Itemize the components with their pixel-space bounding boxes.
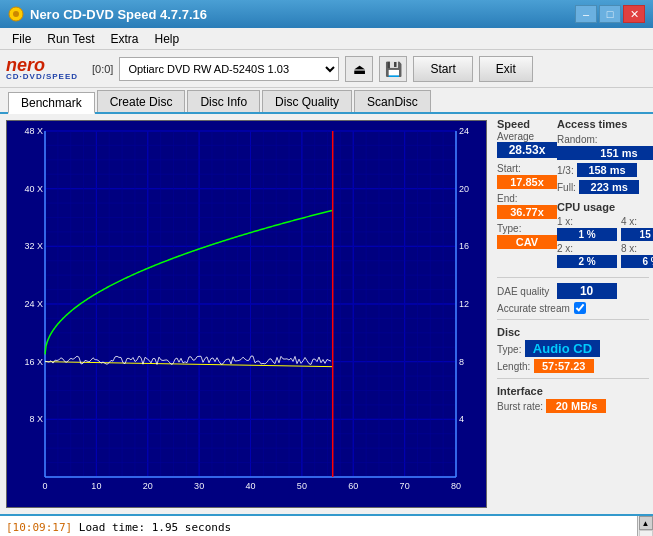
cpu-8x-label: 8 x: bbox=[621, 243, 653, 254]
disc-section: Disc Type: Audio CD Length: 57:57.23 bbox=[497, 325, 649, 373]
burst-rate-value: 20 MB/s bbox=[546, 399, 606, 413]
start-button[interactable]: Start bbox=[413, 56, 472, 82]
log-text-1: Load time: 1.95 seconds bbox=[79, 521, 231, 534]
cpu-4x-value: 15 % bbox=[621, 228, 653, 241]
full-label: Full: bbox=[557, 182, 576, 193]
chart-area bbox=[6, 120, 487, 508]
tab-create-disc[interactable]: Create Disc bbox=[97, 90, 186, 112]
menu-bar: File Run Test Extra Help bbox=[0, 28, 653, 50]
average-label: Average bbox=[497, 131, 557, 142]
start-label: Start: bbox=[497, 163, 521, 174]
log-entry-1: [10:09:17] Load time: 1.95 seconds bbox=[6, 520, 631, 535]
divider-1 bbox=[497, 277, 649, 278]
exit-button[interactable]: Exit bbox=[479, 56, 533, 82]
divider-2 bbox=[497, 319, 649, 320]
svg-point-1 bbox=[13, 11, 19, 17]
cpu-1x-label: 1 x: bbox=[557, 216, 617, 227]
log-content: [10:09:17] Load time: 1.95 seconds [10:0… bbox=[0, 516, 637, 536]
drive-select[interactable]: Optiarc DVD RW AD-5240S 1.03 bbox=[119, 57, 339, 81]
end-label: End: bbox=[497, 193, 518, 204]
close-button[interactable]: ✕ bbox=[623, 5, 645, 23]
disc-type-value: Audio CD bbox=[525, 340, 600, 357]
log-area: [10:09:17] Load time: 1.95 seconds [10:0… bbox=[0, 514, 653, 536]
onethird-value: 158 ms bbox=[577, 163, 637, 177]
random-label: Random: bbox=[557, 134, 598, 145]
access-times-title: Access times bbox=[557, 118, 653, 130]
dae-quality-label: DAE quality bbox=[497, 286, 549, 297]
dae-quality-value: 10 bbox=[557, 283, 617, 299]
log-scrollbar[interactable]: ▲ ▼ bbox=[637, 516, 653, 536]
cpu-2x-value: 2 % bbox=[557, 255, 617, 268]
cpu-1x-value: 1 % bbox=[557, 228, 617, 241]
scroll-up-button[interactable]: ▲ bbox=[639, 516, 653, 530]
menu-extra[interactable]: Extra bbox=[102, 30, 146, 48]
accurate-stream-section: Accurate stream bbox=[497, 302, 649, 314]
nero-logo: nero CD·DVD/SPEED bbox=[6, 56, 78, 81]
title-controls: – □ ✕ bbox=[575, 5, 645, 23]
disc-type-label: Type: bbox=[497, 344, 521, 355]
speed-section: Speed Average 28.53x Start: 17.85x End: … bbox=[497, 118, 557, 249]
cpu-2x-label: 2 x: bbox=[557, 243, 617, 254]
maximize-button[interactable]: □ bbox=[599, 5, 621, 23]
dae-quality-section: DAE quality 10 bbox=[497, 283, 649, 299]
divider-3 bbox=[497, 378, 649, 379]
full-value: 223 ms bbox=[579, 180, 639, 194]
tab-scan-disc[interactable]: ScanDisc bbox=[354, 90, 431, 112]
average-value: 28.53x bbox=[497, 142, 557, 158]
title-left: Nero CD-DVD Speed 4.7.7.16 bbox=[8, 6, 207, 22]
random-value: 151 ms bbox=[557, 146, 653, 160]
save-button[interactable]: 💾 bbox=[379, 56, 407, 82]
disc-length-label: Length: bbox=[497, 361, 530, 372]
minimize-button[interactable]: – bbox=[575, 5, 597, 23]
tabs: Benchmark Create Disc Disc Info Disc Qua… bbox=[0, 88, 653, 114]
disc-title: Disc bbox=[497, 326, 520, 338]
burst-rate-label: Burst rate: bbox=[497, 401, 543, 412]
nero-product-text: CD·DVD/SPEED bbox=[6, 72, 78, 81]
toolbar: nero CD·DVD/SPEED [0:0] Optiarc DVD RW A… bbox=[0, 50, 653, 88]
window-title: Nero CD-DVD Speed 4.7.7.16 bbox=[30, 7, 207, 22]
title-bar: Nero CD-DVD Speed 4.7.7.16 – □ ✕ bbox=[0, 0, 653, 28]
interface-title: Interface bbox=[497, 385, 543, 397]
tab-benchmark[interactable]: Benchmark bbox=[8, 92, 95, 114]
cpu-usage-title: CPU usage bbox=[557, 201, 615, 213]
cpu-4x-label: 4 x: bbox=[621, 216, 653, 227]
benchmark-chart bbox=[7, 121, 486, 507]
end-value: 36.77x bbox=[497, 205, 557, 219]
speed-title: Speed bbox=[497, 118, 557, 130]
eject-button[interactable]: ⏏ bbox=[345, 56, 373, 82]
cpu-8x-value: 6 % bbox=[621, 255, 653, 268]
type-label: Type: bbox=[497, 223, 521, 234]
tab-disc-info[interactable]: Disc Info bbox=[187, 90, 260, 112]
interface-section: Interface Burst rate: 20 MB/s bbox=[497, 384, 649, 413]
drive-label: [0:0] bbox=[92, 63, 113, 75]
app-icon bbox=[8, 6, 24, 22]
log-time-1: [10:09:17] bbox=[6, 521, 72, 534]
main-content: Speed Average 28.53x Start: 17.85x End: … bbox=[0, 114, 653, 514]
accurate-stream-checkbox[interactable] bbox=[574, 302, 586, 314]
menu-file[interactable]: File bbox=[4, 30, 39, 48]
menu-run-test[interactable]: Run Test bbox=[39, 30, 102, 48]
speed-access-row: Speed Average 28.53x Start: 17.85x End: … bbox=[497, 118, 649, 268]
access-times-section: Access times Random: 151 ms 1/3: 158 ms … bbox=[557, 118, 653, 268]
tab-disc-quality[interactable]: Disc Quality bbox=[262, 90, 352, 112]
disc-length-value: 57:57.23 bbox=[534, 359, 594, 373]
menu-help[interactable]: Help bbox=[147, 30, 188, 48]
right-panel: Speed Average 28.53x Start: 17.85x End: … bbox=[493, 114, 653, 514]
scroll-track[interactable] bbox=[639, 530, 653, 536]
accurate-stream-label: Accurate stream bbox=[497, 303, 570, 314]
type-value: CAV bbox=[497, 235, 557, 249]
start-value: 17.85x bbox=[497, 175, 557, 189]
onethird-label: 1/3: bbox=[557, 165, 574, 176]
